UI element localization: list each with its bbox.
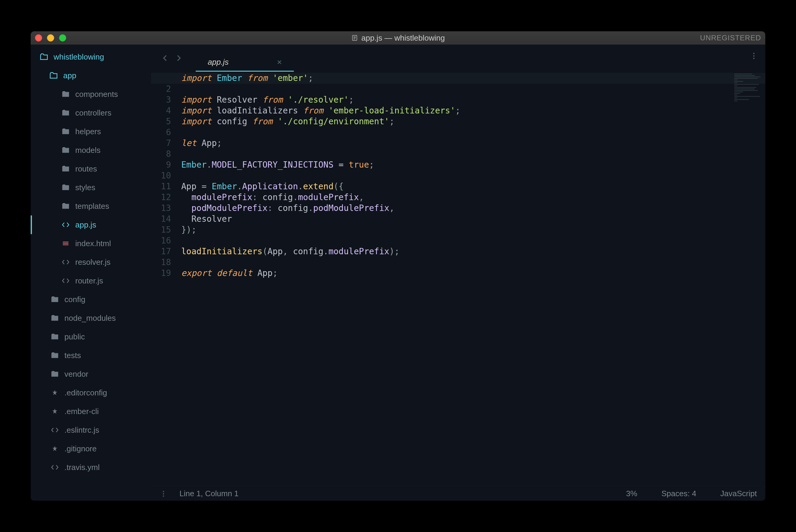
editor-wrap: 12345678910111213141516171819 import Emb…	[151, 72, 765, 486]
folder-root[interactable]: whistleblowing	[31, 48, 151, 66]
file-item[interactable]: .travis.yml	[31, 458, 151, 477]
config-icon	[50, 406, 60, 416]
file-tree: whistleblowing app componentscontrollers…	[31, 44, 151, 477]
file-label: public	[64, 332, 85, 342]
folder-item[interactable]: public	[31, 327, 151, 346]
window-title-text: app.js — whistleblowing	[361, 33, 445, 43]
folder-label: app	[63, 71, 76, 80]
file-item[interactable]: app.js	[31, 215, 151, 234]
file-item[interactable]: .editorconfig	[31, 383, 151, 402]
folder-icon	[50, 350, 60, 360]
file-label: .editorconfig	[64, 388, 107, 398]
minimap[interactable]	[732, 72, 765, 486]
tabbar-menu-icon[interactable]	[749, 52, 758, 60]
tab-active[interactable]: app.js ×	[196, 54, 294, 72]
folder-item[interactable]: node_modules	[31, 309, 151, 327]
maximize-window-button[interactable]	[59, 34, 66, 41]
file-item[interactable]: resolver.js	[31, 253, 151, 271]
file-label: helpers	[75, 127, 101, 136]
file-item[interactable]: index.html	[31, 234, 151, 253]
sidebar[interactable]: whistleblowing app componentscontrollers…	[31, 44, 151, 501]
file-label: .travis.yml	[64, 463, 100, 472]
svg-rect-0	[353, 36, 357, 41]
folder-icon	[61, 164, 71, 174]
folder-item[interactable]: vendor	[31, 365, 151, 383]
file-item[interactable]: router.js	[31, 271, 151, 290]
tab-close-icon[interactable]: ×	[277, 57, 281, 67]
minimize-window-button[interactable]	[47, 34, 54, 41]
folder-icon	[61, 183, 71, 192]
file-label: index.html	[75, 239, 111, 248]
code-editor[interactable]: import Ember from 'ember'; import Resolv…	[175, 72, 732, 486]
folder-icon	[61, 145, 71, 155]
file-label: routes	[75, 164, 97, 174]
folder-item[interactable]: styles	[31, 178, 151, 197]
folder-icon	[50, 332, 60, 342]
folder-icon	[50, 294, 60, 304]
file-label: tests	[64, 351, 81, 360]
folder-label: whistleblowing	[54, 52, 104, 62]
folder-icon	[61, 108, 71, 118]
svg-point-7	[753, 53, 755, 55]
folder-item[interactable]: controllers	[31, 103, 151, 122]
svg-point-9	[753, 58, 755, 59]
folder-item[interactable]: models	[31, 141, 151, 159]
folder-icon	[50, 313, 60, 323]
nav-back-icon[interactable]	[161, 54, 169, 62]
file-label: config	[64, 295, 85, 304]
folder-item[interactable]: routes	[31, 159, 151, 178]
code-icon	[61, 257, 71, 267]
svg-point-8	[753, 55, 755, 57]
body-area: whistleblowing app componentscontrollers…	[31, 44, 765, 501]
html-icon	[61, 239, 71, 248]
file-item[interactable]: .gitignore	[31, 439, 151, 458]
config-icon	[50, 444, 60, 454]
folder-app[interactable]: app	[31, 66, 151, 85]
unregistered-label: UNREGISTERED	[700, 34, 761, 42]
folder-item[interactable]: components	[31, 85, 151, 103]
titlebar: app.js — whistleblowing UNREGISTERED	[31, 31, 765, 44]
folder-icon	[61, 201, 71, 211]
document-icon	[351, 34, 358, 41]
file-label: models	[75, 146, 100, 155]
folder-icon	[61, 127, 71, 136]
nav-forward-icon[interactable]	[174, 54, 182, 62]
svg-point-12	[163, 495, 164, 496]
folder-open-icon	[49, 71, 58, 80]
cursor-position[interactable]: Line 1, Column 1	[180, 489, 239, 498]
file-label: .gitignore	[64, 444, 97, 454]
scroll-percent: 3%	[626, 489, 637, 498]
line-gutter: 12345678910111213141516171819	[151, 72, 175, 486]
folder-icon	[61, 89, 71, 99]
folder-item[interactable]: helpers	[31, 122, 151, 141]
window-title: app.js — whistleblowing	[31, 33, 765, 43]
indent-setting[interactable]: Spaces: 4	[662, 489, 696, 498]
folder-item[interactable]: config	[31, 290, 151, 309]
tab-nav-arrows	[157, 44, 187, 72]
file-label: node_modules	[64, 314, 116, 323]
file-item[interactable]: .eslintrc.js	[31, 421, 151, 439]
close-window-button[interactable]	[35, 34, 42, 41]
file-label: app.js	[75, 220, 96, 230]
folder-item[interactable]: tests	[31, 346, 151, 365]
code-icon	[61, 276, 71, 286]
code-icon	[50, 462, 60, 472]
file-label: router.js	[75, 276, 103, 286]
statusbar-menu-icon[interactable]	[160, 490, 167, 498]
code-icon	[61, 220, 71, 230]
code-icon	[50, 425, 60, 435]
statusbar: Line 1, Column 1 3% Spaces: 4 JavaScript	[151, 486, 765, 501]
file-item[interactable]: .ember-cli	[31, 402, 151, 421]
folder-icon	[50, 369, 60, 379]
language-mode[interactable]: JavaScript	[720, 489, 757, 498]
folder-open-icon	[39, 52, 49, 62]
svg-point-10	[163, 491, 164, 492]
file-label: styles	[75, 183, 95, 192]
file-label: .ember-cli	[64, 407, 99, 416]
file-label: components	[75, 90, 118, 99]
file-label: controllers	[75, 108, 111, 118]
file-label: resolver.js	[75, 258, 110, 267]
config-icon	[50, 388, 60, 398]
tabbar: app.js ×	[151, 44, 765, 72]
folder-item[interactable]: templates	[31, 197, 151, 215]
